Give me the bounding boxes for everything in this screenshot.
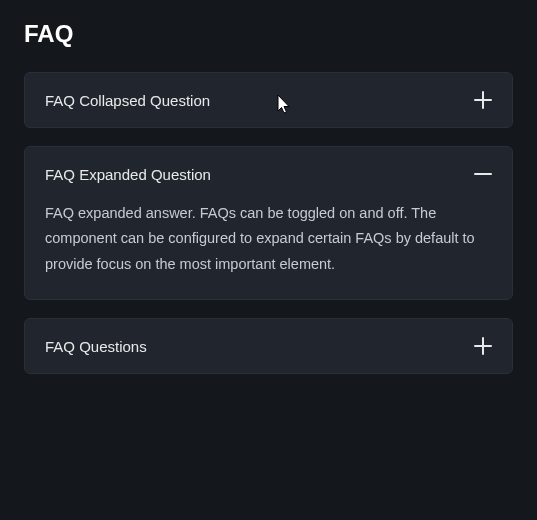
faq-toggle[interactable]: FAQ Collapsed Question — [25, 73, 512, 127]
faq-toggle[interactable]: FAQ Questions — [25, 319, 512, 373]
faq-question: FAQ Questions — [45, 338, 147, 355]
plus-icon — [474, 337, 492, 355]
plus-icon — [474, 91, 492, 109]
faq-item: FAQ Collapsed Question — [24, 72, 513, 128]
faq-answer: FAQ expanded answer. FAQs can be toggled… — [25, 201, 512, 299]
page-title: FAQ — [24, 20, 513, 48]
faq-item: FAQ Questions — [24, 318, 513, 374]
faq-item: FAQ Expanded Question FAQ expanded answe… — [24, 146, 513, 300]
faq-toggle[interactable]: FAQ Expanded Question — [25, 147, 512, 201]
minus-icon — [474, 165, 492, 183]
faq-question: FAQ Expanded Question — [45, 166, 211, 183]
faq-question: FAQ Collapsed Question — [45, 92, 210, 109]
